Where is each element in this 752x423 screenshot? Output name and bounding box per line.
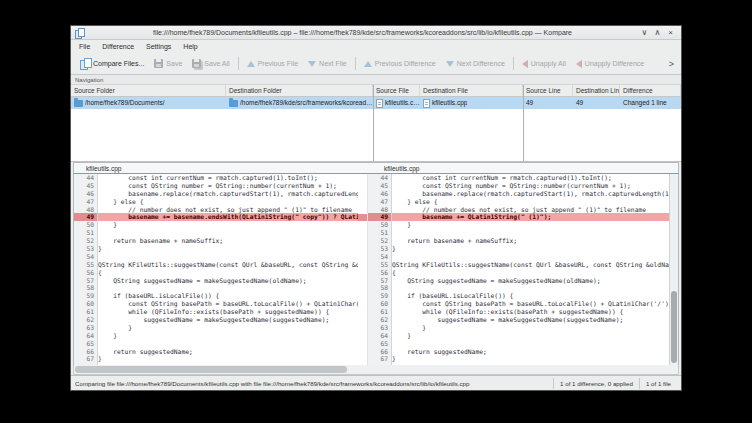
navigation-dock: Navigation Source Folder Destination Fol…: [71, 75, 681, 162]
source-code-line[interactable]: basename += basename.endsWith(QLatin1Str…: [98, 213, 358, 221]
status-message: Comparing file file:///home/fhek789/Docu…: [75, 380, 553, 387]
diff-connector-band[interactable]: [358, 214, 367, 222]
unapply-all-label: Unapply All: [531, 60, 566, 67]
source-line-number: 57: [74, 277, 97, 285]
destination-code-line: }: [392, 245, 669, 253]
window-title: file:///home/fhek789/Documents/kfileutil…: [87, 29, 638, 36]
undo-icon: [576, 60, 582, 68]
destination-line-number: 53: [368, 245, 391, 253]
diff-view: kfileutils.cpp kfileutils.cpp 4445464748…: [71, 162, 681, 375]
pane-headers: kfileutils.cpp kfileutils.cpp: [73, 162, 679, 174]
source-code-line: return basename + nameSuffix;: [98, 237, 358, 245]
previous-difference-button[interactable]: Previous Difference: [359, 58, 441, 69]
column-header-source-folder[interactable]: Source Folder: [71, 85, 226, 96]
menu-settings[interactable]: Settings: [140, 43, 177, 50]
difference-count: 1 of 1 difference, 0 applied: [553, 378, 639, 389]
destination-code-line: const QString basePath = baseURL.toLocal…: [392, 300, 669, 308]
destination-file-header: kfileutils.cpp: [368, 163, 678, 173]
column-header-difference[interactable]: Difference: [620, 85, 681, 96]
next-file-label: Next File: [319, 60, 347, 67]
arrow-up-icon: [247, 61, 255, 67]
destination-code-line: const QString number = QString::number(c…: [392, 182, 669, 190]
destination-line-number: 46: [368, 190, 391, 198]
source-code-line: }: [98, 245, 358, 253]
destination-code-line: const int currentNum = rmatch.captured(1…: [392, 174, 669, 182]
cell-source-folder: /home/fhek789/Documents/: [71, 97, 226, 109]
source-line-number: 58: [74, 284, 97, 292]
destination-line-number: 63: [368, 324, 391, 332]
column-header-destination-folder[interactable]: Destination Folder: [226, 85, 373, 96]
toolbar-overflow-button[interactable]: >: [666, 59, 677, 69]
cell-destination-file: kfileutils.cpp: [420, 97, 523, 109]
destination-code-line: [392, 229, 669, 237]
unapply-all-button[interactable]: Unapply All: [517, 58, 571, 70]
unapply-difference-button[interactable]: Unapply Difference: [571, 58, 649, 70]
source-code-line: suggestedName = makeSuggestedName(sugges…: [98, 316, 358, 324]
file-count: 1 of 1 file: [639, 378, 677, 389]
folder-icon: [74, 100, 83, 107]
source-file-header: kfileutils.cpp: [74, 163, 358, 173]
source-line-number: 64: [74, 332, 97, 340]
column-header-destination-line[interactable]: Destination Line: [573, 85, 620, 96]
vertical-scrollbar-thumb[interactable]: [671, 291, 677, 364]
navigation-row-selected[interactable]: /home/fhek789/Documents/ /home/fhek789/k…: [71, 97, 681, 109]
save-label: Save: [166, 60, 182, 67]
source-code-line: while (QFileInfo::exists(basePath + sugg…: [98, 308, 358, 316]
source-line-number: 55: [74, 261, 97, 269]
desktop-background: file:///home/fhek789/Documents/kfileutil…: [0, 0, 752, 423]
destination-line-number: 50: [368, 221, 391, 229]
previous-file-button[interactable]: Previous File: [242, 58, 303, 69]
source-code-line: const QString number = QString::number(c…: [98, 182, 358, 190]
navigation-table-header: Source Folder Destination Folder Source …: [71, 85, 681, 97]
column-header-source-file[interactable]: Source File: [373, 85, 420, 96]
destination-line-number: 56: [368, 269, 391, 277]
destination-line-number: 60: [368, 300, 391, 308]
save-all-button[interactable]: Save All: [187, 57, 234, 70]
minimize-button[interactable]: ∨: [638, 28, 651, 37]
arrow-down-icon: [308, 61, 316, 67]
compare-files-button[interactable]: Compare Files...: [75, 56, 149, 71]
destination-pane[interactable]: 4445464748495051525354555657585960616263…: [368, 174, 669, 365]
navigation-splitter[interactable]: [373, 85, 374, 161]
menu-help[interactable]: Help: [177, 43, 203, 50]
next-difference-button[interactable]: Next Difference: [441, 58, 510, 69]
toolbar-separator: [238, 57, 239, 70]
destination-code-line: }: [392, 332, 669, 340]
source-code-line: [98, 229, 358, 237]
source-code-view[interactable]: const int currentNum = rmatch.captured(1…: [98, 174, 358, 365]
horizontal-scrollbar-thumb[interactable]: [75, 366, 347, 373]
menu-file[interactable]: File: [73, 43, 96, 50]
destination-line-number: 65: [368, 340, 391, 348]
titlebar[interactable]: file:///home/fhek789/Documents/kfileutil…: [71, 26, 681, 40]
arrow-down-icon: [446, 61, 454, 67]
cell-source-line: 49: [523, 97, 573, 109]
horizontal-scrollbar[interactable]: [73, 365, 679, 375]
unapply-difference-label: Unapply Difference: [585, 60, 644, 67]
destination-line-number: 59: [368, 292, 391, 300]
navigation-dock-title[interactable]: Navigation: [71, 75, 681, 85]
next-file-button[interactable]: Next File: [303, 58, 352, 69]
file-icon: [423, 99, 430, 108]
column-header-destination-file[interactable]: Destination File: [420, 85, 523, 96]
source-code-line: if (baseURL.isLocalFile()) {: [98, 292, 358, 300]
destination-code-line: } else {: [392, 198, 669, 206]
save-button[interactable]: Save: [149, 57, 187, 70]
vertical-scrollbar[interactable]: [669, 174, 678, 365]
maximize-button[interactable]: ∧: [651, 28, 664, 37]
destination-code-line: }: [392, 355, 669, 363]
navigation-splitter[interactable]: [523, 85, 524, 161]
column-header-source-line[interactable]: Source Line: [523, 85, 573, 96]
destination-line-number: 51: [368, 229, 391, 237]
source-line-number: 53: [74, 245, 97, 253]
destination-code-view[interactable]: const int currentNum = rmatch.captured(1…: [392, 174, 669, 365]
close-button[interactable]: ×: [664, 28, 677, 37]
source-pane[interactable]: 4445464748495051525354555657585960616263…: [74, 174, 358, 365]
source-code-line: QString KFileUtils::suggestName(const QU…: [98, 261, 358, 269]
destination-line-number: 55: [368, 261, 391, 269]
destination-line-number: 44: [368, 174, 391, 182]
save-icon: [154, 59, 163, 68]
source-code-line: const int currentNum = rmatch.captured(1…: [98, 174, 358, 182]
menubar: File Difference Settings Help: [71, 40, 681, 53]
menu-difference[interactable]: Difference: [96, 43, 140, 50]
destination-code-line[interactable]: basename += QLatin1String(" (1)");: [392, 213, 669, 221]
